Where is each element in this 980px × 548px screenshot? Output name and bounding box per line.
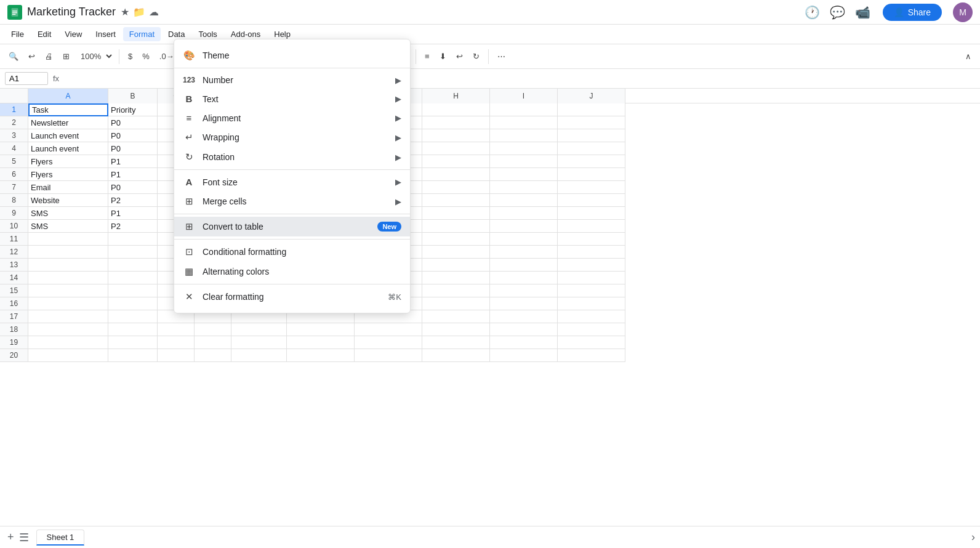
cell-A9[interactable]: SMS: [28, 207, 108, 220]
cell-J3[interactable]: [558, 129, 625, 142]
share-button[interactable]: 👤 Share: [883, 4, 942, 21]
col-header-B[interactable]: B: [108, 89, 158, 103]
row-header-5[interactable]: 5: [0, 155, 28, 168]
history-icon[interactable]: 🕐: [805, 5, 820, 20]
cell-B8[interactable]: P2: [108, 194, 158, 207]
menu-item-merge-cells[interactable]: ⊞ Merge cells ▶: [174, 191, 410, 211]
menu-insert[interactable]: Insert: [89, 27, 122, 41]
cell-H7[interactable]: [422, 181, 490, 194]
menu-item-text[interactable]: B Text ▶: [174, 89, 410, 108]
sheets-menu-button[interactable]: ☰: [19, 531, 29, 544]
menu-item-font-size[interactable]: A Font size ▶: [174, 172, 410, 191]
cell-I4[interactable]: [490, 142, 558, 155]
cell-J9[interactable]: [558, 207, 625, 220]
print-button[interactable]: ⊞: [59, 49, 73, 63]
comment-icon[interactable]: 💬: [830, 5, 845, 20]
row-header-7[interactable]: 7: [0, 181, 28, 194]
cell-A3[interactable]: Launch event: [28, 129, 108, 142]
valign-button[interactable]: ⬇: [436, 49, 450, 63]
cell-B2[interactable]: P0: [108, 116, 158, 129]
cell-B3[interactable]: P0: [108, 129, 158, 142]
cell-A2[interactable]: Newsletter: [28, 116, 108, 129]
menu-item-convert-to-table[interactable]: ⊞ Convert to table New: [174, 217, 410, 236]
row-header-9[interactable]: 9: [0, 207, 28, 220]
menu-file[interactable]: File: [5, 27, 30, 41]
cell-B9[interactable]: P1: [108, 207, 158, 220]
currency-button[interactable]: $: [124, 49, 136, 63]
row-header-13[interactable]: 13: [0, 259, 28, 272]
cell-I5[interactable]: [490, 155, 558, 168]
cell-I3[interactable]: [490, 129, 558, 142]
cell-J8[interactable]: [558, 194, 625, 207]
row-header-15[interactable]: 15: [0, 284, 28, 297]
undo-button[interactable]: ↩: [25, 49, 39, 63]
doc-title[interactable]: Marketing Tracker: [27, 6, 116, 18]
cell-A1[interactable]: Task: [28, 103, 108, 116]
col-header-J[interactable]: J: [558, 89, 625, 103]
cell-A7[interactable]: Email: [28, 181, 108, 194]
menu-item-conditional-formatting[interactable]: ⊡ Conditional formatting: [174, 242, 410, 262]
more-button[interactable]: ⋯: [494, 49, 509, 63]
menu-edit[interactable]: Edit: [31, 27, 57, 41]
star-icon[interactable]: ★: [121, 6, 129, 18]
menu-format[interactable]: Format: [123, 27, 161, 41]
cell-H10[interactable]: [422, 220, 490, 233]
row-header-20[interactable]: 20: [0, 349, 28, 362]
sheet-tab-1[interactable]: Sheet 1: [36, 530, 85, 546]
cell-A4[interactable]: Launch event: [28, 142, 108, 155]
cell-H3[interactable]: [422, 129, 490, 142]
cell-A5[interactable]: Flyers: [28, 155, 108, 168]
col-header-A[interactable]: A: [28, 89, 108, 103]
row-header-16[interactable]: 16: [0, 297, 28, 310]
cell-H1[interactable]: [422, 103, 490, 116]
menu-item-rotation[interactable]: ↻ Rotation ▶: [174, 147, 410, 167]
cell-I2[interactable]: [490, 116, 558, 129]
cell-A8[interactable]: Website: [28, 194, 108, 207]
cell-H8[interactable]: [422, 194, 490, 207]
add-sheet-button[interactable]: +: [5, 528, 17, 546]
video-icon[interactable]: 📹: [855, 5, 870, 20]
cell-B5[interactable]: P1: [108, 155, 158, 168]
cell-I1[interactable]: [490, 103, 558, 116]
row-header-18[interactable]: 18: [0, 323, 28, 336]
cell-J1[interactable]: [558, 103, 625, 116]
col-header-I[interactable]: I: [490, 89, 558, 103]
percent-button[interactable]: %: [139, 49, 153, 63]
cell-A10[interactable]: SMS: [28, 220, 108, 233]
cell-H9[interactable]: [422, 207, 490, 220]
folder-icon[interactable]: 📁: [133, 6, 145, 18]
row-header-19[interactable]: 19: [0, 336, 28, 349]
cell-B7[interactable]: P0: [108, 181, 158, 194]
row-header-3[interactable]: 3: [0, 129, 28, 142]
cell-I8[interactable]: [490, 194, 558, 207]
cell-I7[interactable]: [490, 181, 558, 194]
cell-I9[interactable]: [490, 207, 558, 220]
zoom-selector[interactable]: 100% 75% 125%: [76, 50, 114, 63]
cell-I10[interactable]: [490, 220, 558, 233]
cell-A11[interactable]: [28, 233, 108, 246]
menu-item-clear-formatting[interactable]: ✕ Clear formatting ⌘K: [174, 287, 410, 307]
row-header-12[interactable]: 12: [0, 246, 28, 259]
cell-reference[interactable]: [5, 72, 48, 85]
cell-H5[interactable]: [422, 155, 490, 168]
cell-J6[interactable]: [558, 168, 625, 181]
avatar[interactable]: M: [953, 2, 973, 22]
col-header-H[interactable]: H: [422, 89, 490, 103]
menu-item-alternating-colors[interactable]: ▦ Alternating colors: [174, 262, 410, 281]
redo-button[interactable]: 🖨: [41, 49, 57, 63]
halign-button[interactable]: ≡: [421, 49, 433, 63]
cell-J10[interactable]: [558, 220, 625, 233]
row-header-8[interactable]: 8: [0, 194, 28, 207]
cell-A6[interactable]: Flyers: [28, 168, 108, 181]
cell-B11[interactable]: [108, 233, 158, 246]
cell-H2[interactable]: [422, 116, 490, 129]
row-header-14[interactable]: 14: [0, 272, 28, 284]
menu-item-theme[interactable]: 🎨 Theme: [174, 46, 410, 65]
cell-J7[interactable]: [558, 181, 625, 194]
collapse-button[interactable]: ∧: [962, 49, 975, 63]
row-header-17[interactable]: 17: [0, 310, 28, 323]
search-button[interactable]: 🔍: [5, 49, 22, 63]
menu-item-alignment[interactable]: ≡ Alignment ▶: [174, 108, 410, 127]
cell-J4[interactable]: [558, 142, 625, 155]
rotate-button[interactable]: ↻: [469, 49, 483, 63]
